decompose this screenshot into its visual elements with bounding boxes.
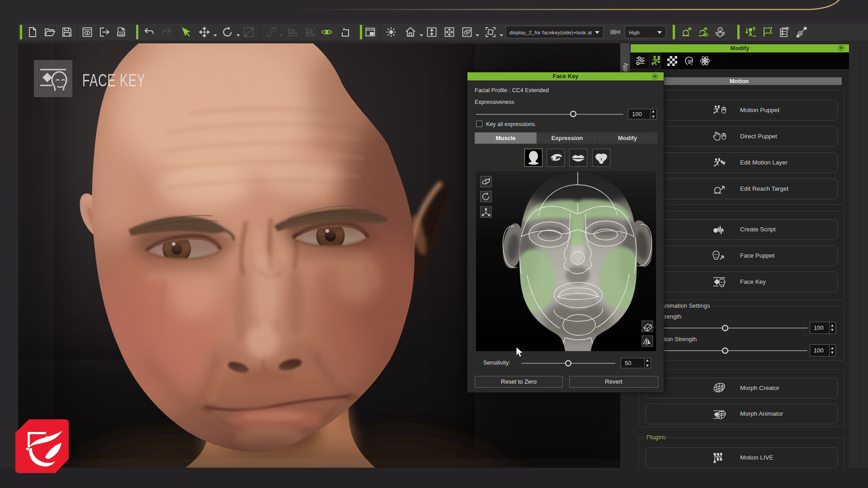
svg-text:USD: USD (118, 33, 125, 36)
